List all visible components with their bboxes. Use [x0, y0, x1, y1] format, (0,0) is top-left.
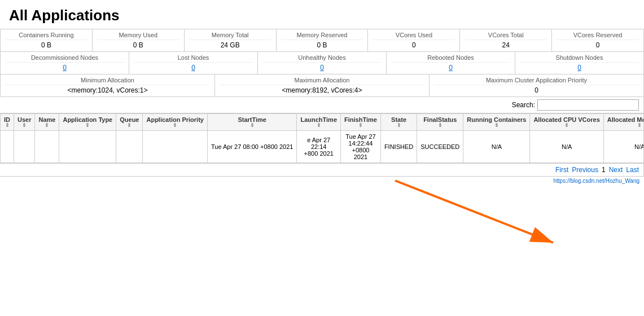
stat-vcores-used: VCores Used 0 [367, 29, 459, 51]
col-start-time[interactable]: StartTime⇕ [207, 114, 296, 131]
col-state[interactable]: State⇕ [380, 114, 417, 131]
pagination-next[interactable]: Next [609, 166, 623, 174]
pagination-previous[interactable]: Previous [572, 166, 598, 174]
col-app-priority[interactable]: Application Priority⇕ [143, 114, 207, 131]
stat-vcores-total: VCores Total 24 [459, 29, 551, 51]
col-launch-time[interactable]: LaunchTime⇕ [297, 114, 341, 131]
cell-app-type [59, 131, 116, 163]
stat-shutdown-nodes: Shutdown Nodes 0 [515, 52, 643, 74]
stat-min-allocation: Minimum Allocation <memory:1024, vCores:… [0, 74, 214, 96]
cell-final-status: SUCCEEDED [417, 131, 463, 163]
pagination-last[interactable]: Last [626, 166, 639, 174]
stat-max-cluster-priority: Maximum Cluster Application Priority 0 [429, 74, 643, 96]
col-app-type[interactable]: Application Type⇕ [59, 114, 116, 131]
cell-alloc-memory: N/A [603, 131, 644, 163]
stat-memory-reserved: Memory Reserved 0 B [276, 29, 368, 51]
stat-max-allocation: Maximum Allocation <memory:8192, vCores:… [214, 74, 429, 96]
pagination-current: 1 [602, 166, 606, 174]
stat-memory-total: Memory Total 24 GB [184, 29, 276, 51]
search-label: Search: [512, 101, 535, 109]
nodes-row: Decommissioned Nodes 0 Lost Nodes 0 Unhe… [0, 52, 644, 74]
footer-link: https://blog.csdn.net/Hozhu_Wang [0, 177, 644, 185]
cell-user [14, 131, 35, 163]
svg-line-1 [395, 181, 553, 243]
cell-start-time: Tue Apr 27 08:00 +0800 2021 [207, 131, 296, 163]
table-header-row: ID⇕ User⇕ Name⇕ Application Type⇕ Queue⇕… [1, 114, 645, 131]
pagination: First Previous 1 Next Last [0, 164, 644, 177]
table-row: Tue Apr 27 08:00 +0800 2021 e Apr 2722:1… [1, 131, 645, 163]
applications-table-wrapper: ID⇕ User⇕ Name⇕ Application Type⇕ Queue⇕… [0, 113, 644, 164]
col-alloc-cpu[interactable]: Allocated CPU VCores⇕ [530, 114, 603, 131]
col-name[interactable]: Name⇕ [35, 114, 59, 131]
stat-memory-used: Memory Used 0 B [92, 29, 184, 51]
search-bar: Search: [0, 97, 644, 113]
stat-decommissioned-nodes: Decommissioned Nodes 0 [0, 52, 129, 74]
col-finish-time[interactable]: FinishTime⇕ [341, 114, 381, 131]
col-alloc-memory[interactable]: Allocated Memory MB⇕ [603, 114, 644, 131]
applications-table: ID⇕ User⇕ Name⇕ Application Type⇕ Queue⇕… [0, 113, 644, 163]
stats-row-1: Containers Running 0 B Memory Used 0 B M… [0, 29, 644, 52]
col-id[interactable]: ID⇕ [1, 114, 14, 131]
stat-rebooted-nodes: Rebooted Nodes 0 [386, 52, 515, 74]
cell-finish-time: Tue Apr 2714:22:44+08002021 [341, 131, 381, 163]
stat-lost-nodes: Lost Nodes 0 [129, 52, 257, 74]
stat-containers-running: Containers Running 0 B [0, 29, 92, 51]
pagination-first[interactable]: First [555, 166, 568, 174]
stat-vcores-reserved: VCores Reserved 0 [551, 29, 643, 51]
stat-unhealthy-nodes: Unhealthy Nodes 0 [257, 52, 386, 74]
alloc-row: Minimum Allocation <memory:1024, vCores:… [0, 74, 644, 97]
page-title: All Applications [0, 0, 644, 29]
cell-alloc-cpu: N/A [530, 131, 603, 163]
col-queue[interactable]: Queue⇕ [116, 114, 143, 131]
cell-running-containers: N/A [463, 131, 530, 163]
cell-launch-time: e Apr 2722:14+800 2021 [297, 131, 341, 163]
cell-app-priority [143, 131, 207, 163]
cell-queue [116, 131, 143, 163]
col-running-containers[interactable]: Running Containers⇕ [463, 114, 530, 131]
cell-state: FINISHED [380, 131, 417, 163]
cell-id [1, 131, 14, 163]
search-input[interactable] [537, 99, 639, 111]
col-final-status[interactable]: FinalStatus⇕ [417, 114, 463, 131]
col-user[interactable]: User⇕ [14, 114, 35, 131]
cell-name [35, 131, 59, 163]
